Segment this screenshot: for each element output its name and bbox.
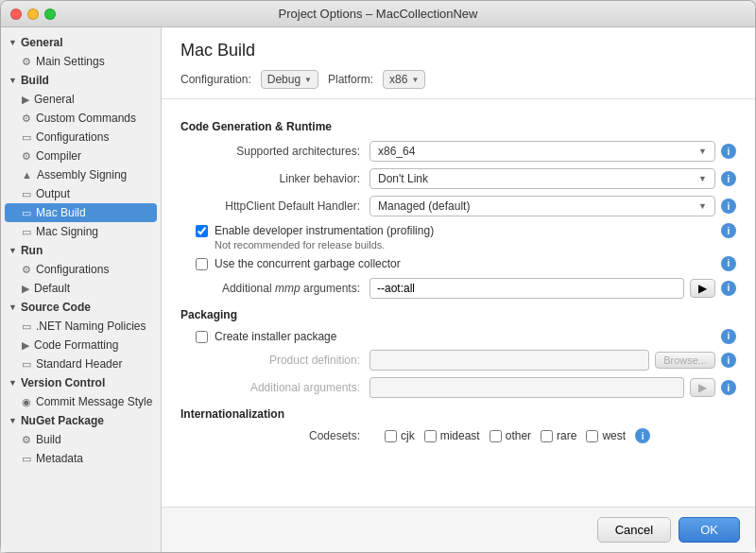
- supported-arch-control: x86_64 ▼ i: [369, 141, 736, 162]
- sidebar-item-mac-signing[interactable]: ▭Mac Signing: [1, 222, 161, 241]
- sidebar-item-nuget-build[interactable]: ⚙Build: [1, 430, 161, 449]
- sidebar-item-label-standard-header: Standard Header: [36, 357, 122, 371]
- sidebar-item-icon-compiler: ⚙: [22, 150, 31, 163]
- sidebar-item-label-commit-message-style: Commit Message Style: [36, 395, 152, 408]
- sidebar-item-label-configurations: Configurations: [36, 130, 109, 144]
- sidebar-item-configurations[interactable]: ▭Configurations: [1, 128, 161, 147]
- main-window: Project Options – MacCollectionNew ▼Gene…: [0, 0, 756, 553]
- codesets-control: cjk mideast other rare: [369, 428, 736, 443]
- supported-arch-arrow: ▼: [698, 147, 707, 156]
- sidebar-item-net-naming-policies[interactable]: ▭.NET Naming Policies: [1, 317, 161, 336]
- config-select[interactable]: Debug ▼: [261, 70, 318, 89]
- codesets-label: Codesets:: [180, 429, 369, 442]
- section-arrow-version-control: ▼: [9, 378, 17, 388]
- sidebar-item-label-metadata: Metadata: [36, 452, 83, 465]
- sidebar-item-build-general[interactable]: ▶General: [1, 90, 161, 109]
- sidebar-item-metadata[interactable]: ▭Metadata: [1, 449, 161, 468]
- sidebar-item-icon-mac-signing: ▭: [22, 226, 31, 238]
- footer: Cancel OK: [162, 507, 755, 552]
- additional-mmp-arrow-btn[interactable]: ▶: [690, 279, 715, 298]
- sidebar-item-label-build-general: General: [34, 93, 75, 106]
- sidebar-item-icon-metadata: ▭: [22, 453, 31, 465]
- sidebar-item-code-formatting[interactable]: ▶Code Formatting: [1, 336, 161, 354]
- section-label-version-control: Version Control: [21, 376, 105, 389]
- sidebar-section-build[interactable]: ▼Build: [1, 71, 161, 90]
- httpclient-value: Managed (default): [378, 199, 470, 213]
- gc-label: Use the concurrent garbage collector: [215, 256, 401, 272]
- platform-select[interactable]: x86 ▼: [383, 70, 425, 89]
- sidebar-item-mac-build[interactable]: ▭Mac Build: [5, 203, 157, 222]
- sidebar-item-assembly-signing[interactable]: ▲Assembly Signing: [1, 165, 161, 184]
- codeset-cjk-checkbox[interactable]: [385, 430, 397, 442]
- main-header: Mac Build Configuration: Debug ▼ Platfor…: [162, 27, 755, 99]
- sidebar-item-label-net-naming-policies: .NET Naming Policies: [36, 320, 146, 333]
- sidebar-section-version-control[interactable]: ▼Version Control: [1, 373, 161, 392]
- sidebar-item-label-compiler: Compiler: [36, 149, 81, 163]
- product-definition-browse-btn[interactable]: Browse...: [655, 352, 715, 369]
- httpclient-info-icon[interactable]: i: [721, 199, 736, 214]
- sidebar-item-label-nuget-build: Build: [36, 433, 61, 446]
- sidebar-section-source-code[interactable]: ▼Source Code: [1, 298, 161, 317]
- packaging-additional-args-label: Additional arguments:: [180, 381, 369, 394]
- code-generation-section-title: Code Generation & Runtime: [180, 120, 736, 133]
- cancel-button[interactable]: Cancel: [597, 517, 671, 543]
- sidebar-item-compiler[interactable]: ⚙Compiler: [1, 147, 161, 165]
- sidebar-item-output[interactable]: ▭Output: [1, 184, 161, 203]
- additional-mmp-label: Additional mmp arguments:: [180, 282, 369, 295]
- codeset-rare-checkbox[interactable]: [541, 430, 553, 442]
- packaging-section-title: Packaging: [180, 308, 736, 321]
- codeset-west-checkbox[interactable]: [586, 430, 598, 442]
- supported-arch-select[interactable]: x86_64 ▼: [369, 141, 715, 162]
- linker-behavior-select[interactable]: Don't Link ▼: [369, 168, 715, 189]
- product-definition-input[interactable]: [369, 350, 649, 371]
- packaging-additional-args-info-icon[interactable]: i: [721, 380, 736, 395]
- create-installer-label: Create installer package: [215, 329, 336, 345]
- dev-instrumentation-row: Enable developer instrumentation (profil…: [180, 223, 736, 251]
- dev-instrumentation-info-icon[interactable]: i: [721, 223, 736, 238]
- create-installer-row: Create installer package i: [180, 329, 736, 345]
- sidebar-section-nuget-package[interactable]: ▼NuGet Package: [1, 411, 161, 430]
- codesets-info-icon[interactable]: i: [635, 428, 650, 443]
- sidebar-item-run-configurations[interactable]: ⚙Configurations: [1, 260, 161, 279]
- linker-behavior-control: Don't Link ▼ i: [369, 168, 736, 189]
- sidebar-item-default[interactable]: ▶Default: [1, 279, 161, 298]
- ok-button[interactable]: OK: [679, 517, 740, 543]
- close-button[interactable]: [10, 9, 22, 20]
- sidebar-item-label-run-configurations: Configurations: [36, 263, 109, 276]
- dev-instrumentation-labels: Enable developer instrumentation (profil…: [215, 223, 434, 251]
- codeset-other-checkbox[interactable]: [490, 430, 502, 442]
- page-title: Mac Build: [180, 41, 736, 60]
- section-label-general: General: [21, 36, 63, 49]
- maximize-button[interactable]: [44, 9, 56, 20]
- packaging-additional-args-arrow-btn[interactable]: ▶: [690, 378, 715, 397]
- create-installer-checkbox[interactable]: [196, 331, 208, 343]
- sidebar-section-general[interactable]: ▼General: [1, 33, 161, 52]
- product-definition-info-icon[interactable]: i: [721, 353, 736, 368]
- httpclient-select[interactable]: Managed (default) ▼: [369, 196, 715, 216]
- config-row: Configuration: Debug ▼ Platform: x86 ▼: [180, 70, 736, 89]
- codeset-west: west: [586, 429, 626, 442]
- codeset-mideast: mideast: [424, 429, 480, 442]
- sidebar-item-icon-assembly-signing: ▲: [22, 169, 32, 181]
- sidebar-item-main-settings[interactable]: ⚙Main Settings: [1, 52, 161, 71]
- gc-checkbox[interactable]: [196, 258, 208, 270]
- section-arrow-build: ▼: [9, 76, 17, 85]
- httpclient-label: HttpClient Default Handler:: [180, 199, 369, 213]
- supported-arch-info-icon[interactable]: i: [721, 144, 736, 159]
- codeset-mideast-checkbox[interactable]: [424, 430, 437, 442]
- dev-instrumentation-sublabel: Not recommended for release builds.: [215, 239, 434, 251]
- additional-mmp-info-icon[interactable]: i: [721, 281, 736, 296]
- create-installer-info-icon[interactable]: i: [721, 329, 736, 344]
- packaging-additional-args-input[interactable]: [369, 377, 684, 398]
- gc-info-icon[interactable]: i: [721, 256, 736, 271]
- sidebar-item-standard-header[interactable]: ▭Standard Header: [1, 354, 161, 373]
- additional-mmp-input[interactable]: [369, 278, 684, 299]
- linker-behavior-info-icon[interactable]: i: [721, 171, 736, 186]
- sidebar-item-commit-message-style[interactable]: ◉Commit Message Style: [1, 392, 161, 411]
- dev-instrumentation-label: Enable developer instrumentation (profil…: [215, 223, 434, 239]
- minimize-button[interactable]: [27, 9, 39, 20]
- codeset-other-label: other: [506, 429, 531, 442]
- dev-instrumentation-checkbox[interactable]: [196, 225, 208, 237]
- sidebar-section-run[interactable]: ▼Run: [1, 241, 161, 260]
- sidebar-item-custom-commands[interactable]: ⚙Custom Commands: [1, 109, 161, 128]
